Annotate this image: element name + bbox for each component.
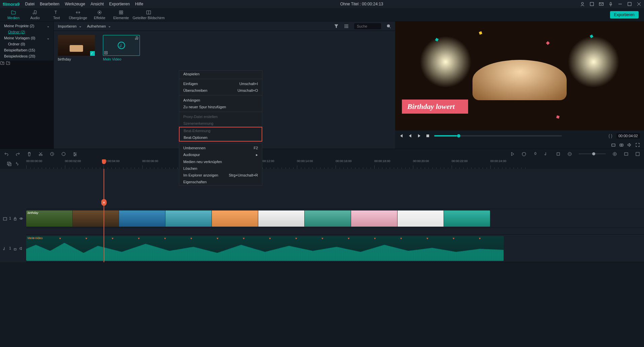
step-back-icon[interactable] [408, 133, 413, 138]
menu-item-play[interactable]: Abspielen [179, 71, 262, 77]
beat-marker-icon[interactable]: ♥ [295, 237, 297, 240]
filter-icon[interactable] [334, 24, 339, 29]
beat-marker-icon[interactable]: ♥ [217, 237, 218, 240]
tab-elements[interactable]: Elemente [110, 8, 132, 22]
screenshot-icon[interactable] [611, 143, 616, 147]
beat-marker-icon[interactable]: ♥ [453, 237, 454, 240]
lock-icon[interactable] [13, 246, 17, 250]
camera-icon[interactable] [619, 143, 624, 147]
zoom-in-icon[interactable] [612, 152, 617, 156]
eye-icon[interactable] [19, 217, 23, 221]
beat-marker-icon[interactable]: ♥ [269, 237, 271, 240]
link-icon[interactable] [15, 161, 20, 166]
beat-marker-icon[interactable]: ♥ [164, 237, 166, 240]
record-dropdown[interactable]: Aufnehmen⌄ [87, 24, 111, 28]
menu-item-overwrite[interactable]: ÜberschreibenUmschalt+O [179, 87, 262, 94]
add-folder-icon[interactable] [0, 61, 5, 65]
menu-item-properties[interactable]: Eigenschaften [179, 179, 262, 185]
search-input[interactable] [354, 23, 381, 29]
mic-icon[interactable] [608, 2, 613, 6]
beat-marker-icon[interactable]: ♥ [479, 237, 481, 240]
speaker-icon[interactable] [19, 246, 23, 250]
tab-effects[interactable]: Effekte [89, 8, 110, 22]
remove-folder-icon[interactable] [6, 61, 10, 65]
render-icon[interactable] [510, 152, 515, 156]
close-icon[interactable] [637, 2, 641, 6]
redo-icon[interactable] [15, 152, 20, 156]
tab-splitscreen[interactable]: Geteilter Bildschirm [132, 8, 165, 22]
timeline-tracks[interactable]: ✕ 1 birthday 1 [26, 169, 644, 262]
menu-edit[interactable]: Bearbeiten [40, 2, 60, 6]
beat-marker-icon[interactable]: ♥ [374, 237, 376, 240]
settings-icon[interactable] [635, 152, 640, 156]
beat-marker-icon[interactable]: ♥ [321, 237, 323, 240]
lock-icon[interactable] [13, 217, 17, 221]
playhead[interactable]: ✕ [104, 169, 104, 262]
fullscreen-icon[interactable] [635, 143, 640, 147]
tab-text[interactable]: T Text [46, 8, 67, 22]
zoom-slider[interactable] [579, 153, 606, 154]
sidebar-item-videos[interactable]: Beispielvideos (20) [0, 53, 53, 59]
menu-item-insert[interactable]: EinfügenUmschalt+I [179, 80, 262, 87]
progress-thumb[interactable] [457, 134, 460, 138]
prev-frame-icon[interactable] [399, 133, 404, 138]
save-icon[interactable] [590, 2, 594, 6]
preview-video[interactable]: Birthday lowert [395, 22, 644, 130]
play-icon[interactable] [417, 133, 421, 138]
beat-marker-icon[interactable]: ♥ [112, 237, 113, 240]
volume-icon[interactable] [627, 143, 632, 147]
progress-bar[interactable] [434, 135, 562, 137]
menu-item-relink[interactable]: Medien neu verknüpfen [179, 158, 262, 165]
menu-file[interactable]: Datei [25, 2, 35, 6]
menu-item-explorer[interactable]: Im Explorer anzeigenStrg+Umschalt+R [179, 172, 262, 179]
beat-marker-icon[interactable]: ♥ [400, 237, 402, 240]
beat-marker-icon[interactable]: ♥ [33, 237, 35, 240]
menu-item-beat-options[interactable]: Beat-Optionen [180, 134, 262, 141]
audio-clip[interactable]: Mein Video ♥♥♥♥♥♥♥♥♥♥♥♥♥♥♥♥♥♥ [26, 236, 504, 261]
video-clip[interactable]: birthday [26, 210, 490, 227]
zoom-out-icon[interactable] [567, 152, 572, 156]
undo-icon[interactable] [4, 152, 9, 156]
beat-marker-icon[interactable]: ♥ [243, 237, 244, 240]
zoom-thumb[interactable] [592, 152, 595, 155]
speed-icon[interactable] [61, 152, 66, 156]
menu-item-audiotrack[interactable]: Audiospur▸ [179, 151, 262, 158]
audio-track[interactable]: 1 Mein Video ♥♥♥♥♥♥♥♥♥♥♥♥♥♥♥♥♥♥ [26, 235, 644, 262]
menu-help[interactable]: Hilfe [135, 2, 143, 6]
fit-icon[interactable] [624, 152, 629, 156]
tab-transitions[interactable]: Übergänge [67, 8, 89, 22]
maximize-icon[interactable] [627, 2, 632, 6]
beat-marker-icon[interactable]: ♥ [59, 237, 61, 240]
video-track[interactable]: 1 birthday [26, 209, 644, 228]
beat-marker-icon[interactable]: ♥ [138, 237, 140, 240]
crop-icon[interactable] [556, 152, 561, 156]
sidebar-item-templates[interactable]: Meine Vorlagen (0)⌄ [0, 35, 53, 41]
mail-icon[interactable] [599, 2, 604, 6]
mixer-icon[interactable] [544, 152, 549, 156]
menu-export[interactable]: Exportieren [109, 2, 129, 6]
menu-item-rename[interactable]: UmbenennenF2 [179, 145, 262, 151]
cut-icon[interactable] [38, 152, 43, 156]
beat-marker-icon[interactable]: ♥ [348, 237, 349, 240]
media-item-meinvideo[interactable]: Mein Video [103, 35, 140, 61]
playhead-marker[interactable]: ✕ [101, 199, 107, 206]
grid-icon[interactable] [344, 24, 349, 29]
minimize-icon[interactable] [618, 2, 622, 6]
sidebar-item-colors[interactable]: Beispielfarben (15) [0, 47, 53, 53]
user-icon[interactable] [580, 2, 585, 6]
menu-item-append[interactable]: Anhängen [179, 97, 262, 104]
shield-icon[interactable] [522, 152, 526, 156]
export-button[interactable]: Exportieren [610, 11, 639, 18]
copy-icon[interactable] [7, 161, 11, 166]
media-item-birthday[interactable]: ✓ birthday [58, 35, 95, 61]
menu-view[interactable]: Ansicht [90, 2, 104, 6]
delete-icon[interactable] [27, 152, 32, 156]
adjust-icon[interactable] [73, 152, 77, 156]
menu-item-delete[interactable]: Löschen [179, 165, 262, 172]
import-dropdown[interactable]: Importieren⌄ [58, 24, 82, 28]
sidebar-item-folder[interactable]: Ordner (0) [0, 41, 53, 47]
menu-item-newtrack[interactable]: Zu neuer Spur hinzufügen [179, 104, 262, 110]
mic-icon[interactable] [533, 152, 538, 156]
sidebar-item-projects[interactable]: Meine Projekte (2)⌄ [0, 23, 53, 29]
search-icon[interactable] [386, 24, 391, 29]
